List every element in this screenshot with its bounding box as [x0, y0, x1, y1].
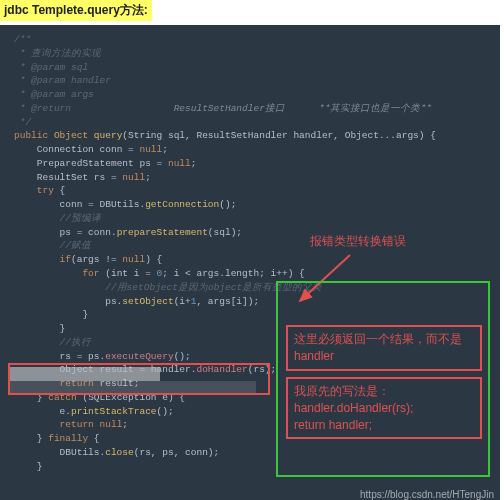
null: null — [122, 172, 145, 183]
comment: * @param sql — [14, 62, 88, 73]
prep-end: (sql); — [208, 227, 242, 238]
section-title: jdbc Templete.query方法: — [0, 0, 152, 21]
comment: * @return — [14, 103, 71, 114]
comment-prep: //预编译 — [60, 213, 101, 224]
prep: ps = conn. — [60, 227, 117, 238]
code-block: /** * 查询方法的实现 * @param sql * @param hand… — [0, 25, 500, 500]
pst-end: (); — [157, 406, 174, 417]
close: DBUtils. — [60, 447, 106, 458]
getConnection: getConnection — [145, 199, 219, 210]
note-box-2: 我原先的写法是： handler.doHandler(rs); return h… — [286, 377, 482, 439]
comment-assign: //赋值 — [60, 240, 91, 251]
comment-exec: //执行 — [60, 337, 91, 348]
if-cond: (args != — [71, 254, 122, 265]
exec-end: (); — [174, 351, 191, 362]
note2-line3: return handler; — [294, 417, 474, 434]
setobj-mid: (i+ — [174, 296, 191, 307]
close-method: close — [105, 447, 134, 458]
return-hint2: **其实接口也是一个类** — [319, 103, 432, 114]
block-comment-open: /** — [14, 34, 31, 45]
kw-public: public — [14, 130, 48, 141]
block-comment-close: */ — [14, 117, 31, 128]
return-type: Object — [54, 130, 88, 141]
decl-ps: PreparedStatement ps = — [37, 158, 168, 169]
brace: { — [54, 185, 65, 196]
method-params: (String sql, ResultSetHandler handler, O… — [122, 130, 436, 141]
decl-conn: Connection conn = — [37, 144, 140, 155]
comment: * @param handler — [14, 75, 111, 86]
getconn: conn = DBUtils. — [60, 199, 146, 210]
kw-try: try — [37, 185, 54, 196]
executeQuery: executeQuery — [105, 351, 173, 362]
setObject: setObject — [122, 296, 173, 307]
kw-for: for — [82, 268, 99, 279]
note1-line2: handler — [294, 348, 474, 365]
null: null — [100, 419, 123, 430]
setobj-end: , args[i]); — [196, 296, 259, 307]
decl-rs: ResultSet rs = — [37, 172, 123, 183]
null: null — [168, 158, 191, 169]
comment: * 查询方法的实现 — [14, 48, 101, 59]
for-end: ; i < args.length; i++) { — [162, 268, 305, 279]
prepareStatement: prepareStatement — [117, 227, 208, 238]
printStackTrace: printStackTrace — [71, 406, 157, 417]
watermark: https://blog.csdn.net/HTengJin — [360, 488, 494, 501]
null: null — [139, 144, 162, 155]
getconn-end: (); — [219, 199, 236, 210]
null: null — [122, 254, 145, 265]
note-box-1: 这里必须返回一个结果，而不是 handler — [286, 325, 482, 371]
brace-close: } — [60, 323, 66, 334]
code-highlight-box — [8, 363, 270, 395]
kw-if: if — [60, 254, 71, 265]
brace: { — [88, 433, 99, 444]
close-end: (rs, ps, conn); — [134, 447, 220, 458]
return-hint: ResultSetHandler接口 — [174, 103, 285, 114]
setobj: ps. — [105, 296, 122, 307]
brace-close: } — [37, 461, 43, 472]
method-name: query — [94, 130, 123, 141]
note1-line1: 这里必须返回一个结果，而不是 — [294, 331, 474, 348]
kw-return2: return — [60, 419, 100, 430]
note2-line1: 我原先的写法是： — [294, 383, 474, 400]
if-end: ) { — [145, 254, 162, 265]
comment: * @param args — [14, 89, 94, 100]
error-label: 报错类型转换错误 — [310, 233, 406, 250]
note2-line2: handler.doHandler(rs); — [294, 400, 474, 417]
brace-close: } — [82, 309, 88, 320]
exec: rs = ps. — [60, 351, 106, 362]
pst: e. — [60, 406, 71, 417]
kw-finally: finally — [48, 433, 88, 444]
for-mid: (int i = — [100, 268, 157, 279]
